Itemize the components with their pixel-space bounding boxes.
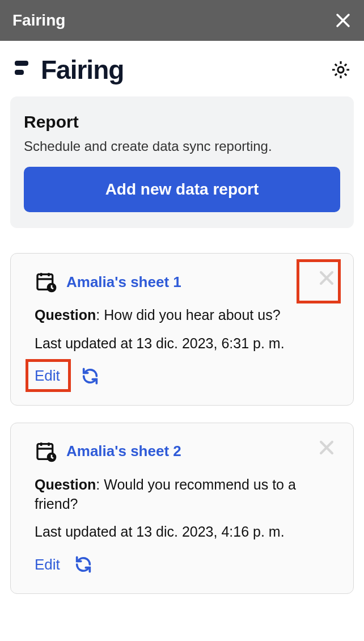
calendar-clock-icon (35, 271, 57, 293)
delete-report-icon[interactable] (317, 438, 336, 457)
close-icon[interactable] (335, 12, 352, 29)
updated-line: Last updated at 13 dic. 2023, 6:31 p. m. (35, 335, 329, 352)
updated-line: Last updated at 13 dic. 2023, 4:16 p. m. (35, 524, 329, 540)
question-label: Question (35, 307, 96, 323)
question-line: Question: How did you hear about us? (35, 306, 329, 325)
titlebar: Fairing (0, 0, 364, 41)
edit-link[interactable]: Edit (35, 367, 60, 384)
report-title-link[interactable]: Amalia's sheet 2 (66, 442, 181, 460)
question-line: Question: Would you recommend us to a fr… (35, 475, 329, 514)
titlebar-title: Fairing (12, 11, 65, 29)
edit-link[interactable]: Edit (35, 556, 60, 573)
report-panel: Report Schedule and create data sync rep… (10, 96, 354, 228)
panel-title: Report (24, 112, 340, 132)
brand-row: Fairing (0, 41, 364, 96)
svg-rect-3 (15, 70, 24, 75)
svg-point-4 (338, 67, 344, 73)
brand-name: Fairing (41, 54, 124, 85)
add-report-button[interactable]: Add new data report (24, 167, 340, 212)
svg-rect-2 (15, 61, 28, 66)
question-text: How did you hear about us? (104, 307, 280, 323)
gear-icon[interactable] (330, 59, 352, 81)
refresh-icon[interactable] (74, 555, 93, 574)
report-card: Amalia's sheet 2 Question: Would you rec… (10, 423, 354, 594)
delete-report-icon[interactable] (317, 268, 336, 288)
report-title-link[interactable]: Amalia's sheet 1 (66, 273, 181, 291)
calendar-clock-icon (35, 440, 57, 463)
refresh-icon[interactable] (81, 366, 100, 386)
panel-subtitle: Schedule and create data sync reporting. (24, 138, 340, 154)
brand-logo-icon (12, 57, 35, 82)
question-label: Question (35, 476, 96, 492)
brand: Fairing (12, 54, 124, 85)
report-card: Amalia's sheet 1 Question: How did you h… (10, 253, 354, 406)
